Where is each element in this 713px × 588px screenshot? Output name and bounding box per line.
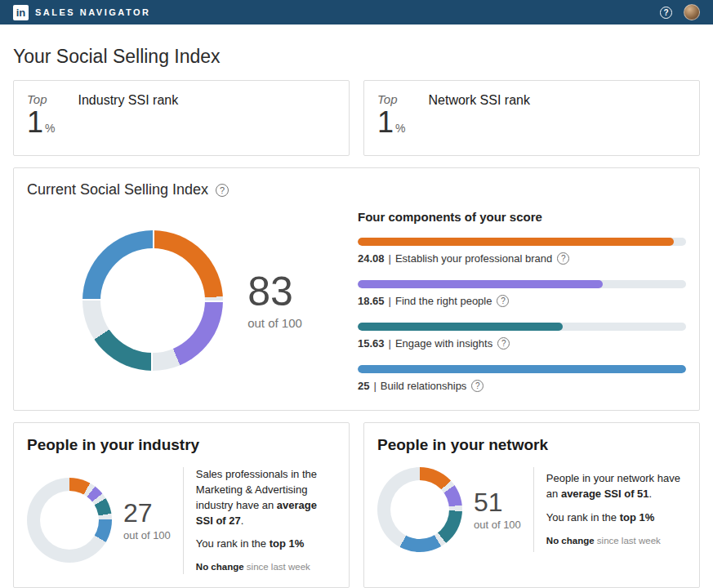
component-value: 18.65 [358, 295, 385, 307]
network-score-denominator: out of 100 [474, 519, 521, 531]
main-content: Your Social Selling Index Top 1% Industr… [0, 46, 713, 588]
component-label: 25 | Build relationships ? [358, 380, 686, 392]
current-ssi-header: Current Social Selling Index ? [14, 168, 699, 198]
component-value: 15.63 [358, 337, 385, 350]
brand-title: SALES NAVIGATOR [35, 7, 150, 17]
network-description: People in your network have an average S… [546, 471, 686, 502]
component-bar [358, 280, 686, 288]
rank-label: Industry SSI rank [78, 93, 178, 108]
top-navbar: in SALES NAVIGATOR ? [0, 0, 713, 24]
industry-rank-line: You rank in the top 1% [196, 537, 336, 552]
component-name: Find the right people [395, 295, 492, 307]
component-row: 24.08 | Establish your professional bran… [358, 238, 686, 265]
network-average-score: 51 [474, 489, 521, 515]
vertical-divider [533, 467, 534, 552]
current-ssi-title: Current Social Selling Index [27, 181, 208, 198]
component-bar-fill [358, 280, 603, 288]
component-label: 15.63 | Engage with insights ? [358, 337, 686, 350]
avatar[interactable] [684, 4, 700, 20]
industry-change-line: No change since last week [196, 560, 336, 574]
component-row: 18.65 | Find the right people ? [358, 280, 686, 307]
rank-unit: % [395, 122, 405, 135]
linkedin-logo-text: in [16, 7, 26, 19]
network-card: People in your network 51 out of 100 Peo… [363, 422, 700, 588]
network-rank-line: You rank in the top 1% [546, 510, 686, 526]
network-text: People in your network have an average S… [546, 471, 686, 547]
component-label: 24.08 | Establish your professional bran… [358, 252, 686, 265]
current-ssi-donut [82, 230, 223, 371]
industry-average-score: 27 [123, 500, 171, 526]
network-card-body: 51 out of 100 People in your network hav… [377, 467, 686, 552]
industry-card-heading: People in your industry [27, 436, 336, 454]
rank-prefix: Top [27, 92, 55, 106]
vertical-divider [183, 467, 184, 574]
network-change-line: No change since last week [546, 534, 686, 548]
industry-text: Sales professionals in the Marketing & A… [196, 467, 336, 574]
ssi-score: 83 [247, 271, 302, 312]
help-icon[interactable]: ? [557, 252, 569, 265]
network-score-block: 51 out of 100 [474, 489, 521, 531]
component-bar-fill [358, 238, 674, 246]
industry-card: People in your industry 27 out of 100 Sa… [13, 422, 350, 588]
component-bar-fill [358, 323, 563, 331]
network-rank-card: Top 1% Network SSI rank [363, 80, 700, 156]
component-separator: | [389, 295, 391, 307]
rank-unit: % [45, 122, 55, 135]
component-separator: | [373, 380, 376, 392]
rank-prefix: Top [377, 92, 405, 106]
ssi-score-block: 83 out of 100 [247, 271, 302, 330]
component-label: 18.65 | Find the right people ? [358, 295, 686, 307]
component-separator: | [389, 252, 391, 265]
linkedin-logo[interactable]: in [13, 5, 29, 20]
industry-score-block: 27 out of 100 [123, 500, 171, 541]
component-bar [358, 365, 686, 373]
help-icon[interactable]: ? [497, 295, 509, 307]
ssi-score-denominator: out of 100 [247, 316, 302, 330]
component-separator: | [389, 337, 391, 350]
network-card-heading: People in your network [377, 436, 686, 454]
component-name: Engage with insights [395, 337, 492, 350]
rank-label: Network SSI rank [428, 93, 529, 108]
ssi-donut-area: 83 out of 100 [27, 208, 358, 392]
rank-figure: Top 1% [27, 92, 55, 139]
ssi-components-area: Four components of your score 24.08 | Es… [358, 208, 686, 392]
industry-rank-card: Top 1% Industry SSI rank [13, 80, 350, 156]
rank-cards-row: Top 1% Industry SSI rank Top 1% Network … [13, 80, 700, 156]
help-icon[interactable]: ? [216, 184, 229, 197]
component-bar [358, 323, 686, 331]
help-icon[interactable]: ? [497, 337, 510, 350]
component-bar [358, 238, 686, 246]
rank-value: 1% [377, 106, 405, 139]
industry-score-denominator: out of 100 [123, 529, 171, 541]
current-ssi-card: Current Social Selling Index ? 83 out of… [13, 167, 700, 411]
page-title: Your Social Selling Index [13, 46, 700, 68]
component-row: 15.63 | Engage with insights ? [358, 323, 686, 350]
industry-description: Sales professionals in the Marketing & A… [196, 467, 336, 528]
help-icon[interactable]: ? [660, 7, 672, 19]
rank-figure: Top 1% [377, 92, 405, 139]
current-ssi-body: 83 out of 100 Four components of your sc… [14, 198, 699, 410]
component-value: 25 [358, 380, 369, 392]
people-cards-row: People in your industry 27 out of 100 Sa… [13, 422, 700, 588]
component-value: 24.08 [358, 252, 385, 265]
component-bar-fill [358, 365, 686, 373]
network-average-donut [377, 467, 462, 552]
industry-average-donut [27, 478, 112, 563]
components-heading: Four components of your score [358, 210, 686, 224]
navbar-actions: ? [660, 4, 700, 20]
component-row: 25 | Build relationships ? [358, 365, 686, 392]
industry-card-body: 27 out of 100 Sales professionals in the… [27, 467, 336, 574]
component-name: Build relationships [381, 380, 467, 392]
help-icon[interactable]: ? [471, 380, 484, 392]
rank-value: 1% [27, 106, 55, 139]
component-name: Establish your professional brand [395, 252, 552, 265]
